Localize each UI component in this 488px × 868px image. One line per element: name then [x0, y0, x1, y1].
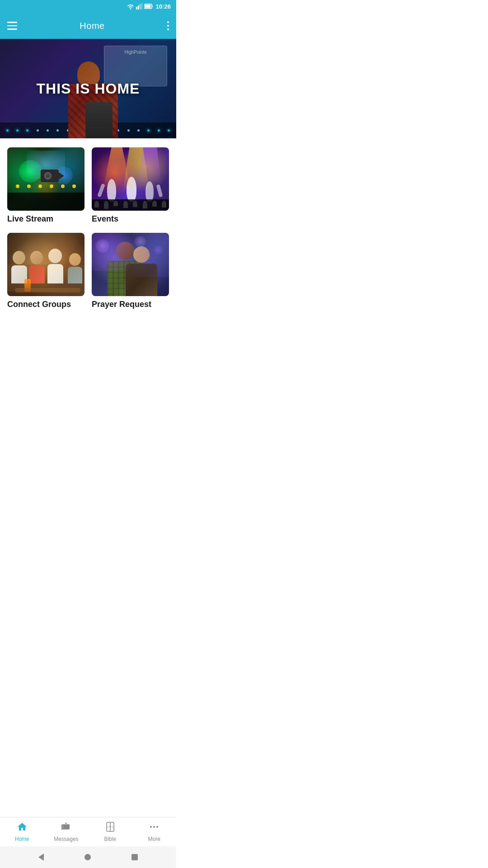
connect-groups-label: Connect Groups	[7, 300, 84, 309]
status-time: 10:26	[156, 3, 171, 10]
status-icons	[127, 3, 153, 9]
hero-title: THIS IS HOME	[37, 80, 140, 97]
connect-groups-card[interactable]: Connect Groups	[7, 233, 84, 309]
live-stream-label: Live Stream	[7, 214, 84, 224]
page-title: Home	[80, 21, 104, 31]
live-stream-image	[7, 147, 84, 211]
events-image	[92, 147, 169, 211]
menu-button[interactable]	[7, 22, 17, 30]
svg-rect-1	[136, 7, 137, 9]
battery-icon	[144, 4, 153, 9]
live-stream-card[interactable]: Live Stream	[7, 147, 84, 224]
status-bar: 10:26	[0, 0, 176, 13]
events-label: Events	[92, 214, 169, 224]
signal-icon	[136, 3, 142, 9]
more-options-button[interactable]	[167, 21, 169, 30]
svg-rect-4	[141, 3, 142, 9]
app-bar: Home	[0, 13, 176, 39]
prayer-request-card[interactable]: Prayer Request	[92, 233, 169, 309]
svg-rect-3	[140, 4, 141, 9]
prayer-request-label: Prayer Request	[92, 300, 169, 309]
events-card[interactable]: Events	[92, 147, 169, 224]
content-grid: Live Stream	[0, 138, 176, 373]
svg-point-0	[130, 8, 131, 9]
connect-groups-image	[7, 233, 84, 296]
hero-banner: HighPointe THIS IS HOME	[0, 39, 176, 138]
svg-rect-2	[138, 5, 139, 9]
svg-rect-6	[145, 5, 150, 8]
prayer-request-image	[92, 233, 169, 296]
wifi-icon	[127, 3, 134, 9]
hero-text-overlay: THIS IS HOME	[37, 80, 140, 97]
